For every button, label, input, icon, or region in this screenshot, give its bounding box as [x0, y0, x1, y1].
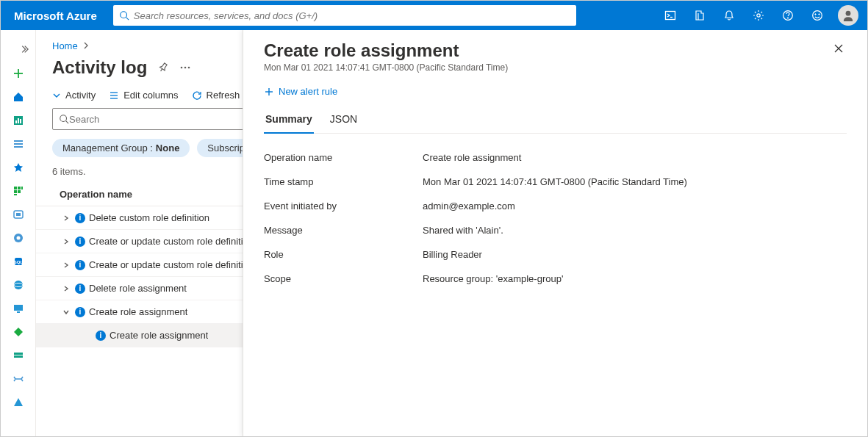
detail-list: Operation nameCreate role assignmentTime… — [264, 134, 847, 291]
detail-blade: Create role assignment Mon Mar 01 2021 1… — [243, 30, 867, 436]
plus-icon — [264, 87, 274, 97]
detail-value: admin@example.com — [423, 201, 847, 212]
svg-point-38 — [181, 67, 183, 69]
search-icon — [59, 114, 69, 124]
nav-azure-ad[interactable] — [1, 391, 36, 413]
detail-label: Event initiated by — [264, 201, 423, 212]
nav-resource-groups[interactable] — [1, 203, 36, 225]
svg-point-39 — [184, 67, 187, 69]
refresh-button[interactable]: Refresh — [192, 90, 240, 101]
global-search-input[interactable] — [134, 10, 570, 21]
filter-mg-label: Management Group : — [62, 142, 153, 154]
page-title: Activity log — [52, 57, 147, 78]
nav-cosmos[interactable] — [1, 274, 36, 296]
svg-rect-24 — [18, 190, 21, 193]
svg-line-1 — [126, 18, 129, 21]
svg-point-8 — [815, 14, 816, 15]
detail-row: RoleBilling Reader — [264, 242, 847, 267]
nav-load-balancer[interactable] — [1, 321, 36, 343]
nav-app-services[interactable] — [1, 227, 36, 249]
edit-columns-button[interactable]: Edit columns — [109, 90, 178, 101]
nav-virtual-network[interactable] — [1, 368, 36, 390]
svg-point-9 — [819, 14, 819, 15]
svg-point-44 — [60, 115, 67, 122]
svg-point-6 — [787, 18, 788, 18]
new-alert-rule-button[interactable]: New alert rule — [264, 86, 847, 97]
nav-create[interactable] — [1, 62, 36, 84]
filter-management-group[interactable]: Management Group : None — [52, 139, 190, 157]
nav-all-resources[interactable] — [1, 180, 36, 202]
detail-value: Mon Mar 01 2021 14:07:41 GMT-0800 (Pacif… — [423, 176, 847, 187]
detail-label: Role — [264, 249, 423, 260]
directories-button[interactable] — [685, 1, 714, 30]
svg-rect-22 — [14, 194, 17, 195]
pin-button[interactable] — [157, 62, 169, 73]
detail-value: Shared with 'Alain'. — [423, 225, 847, 236]
svg-rect-36 — [14, 353, 23, 355]
breadcrumb-home[interactable]: Home — [52, 40, 78, 51]
info-icon: i — [73, 307, 87, 317]
nav-home[interactable] — [1, 86, 36, 108]
svg-rect-16 — [20, 119, 21, 123]
svg-rect-15 — [18, 118, 19, 123]
detail-row: ScopeResource group: 'example-group' — [264, 267, 847, 291]
top-header: Microsoft Azure — [1, 1, 867, 30]
activity-dropdown[interactable]: Activity — [52, 90, 96, 101]
chevron-right-icon[interactable] — [60, 214, 73, 222]
svg-point-10 — [846, 11, 851, 16]
detail-row: Event initiated byadmin@example.com — [264, 194, 847, 218]
nav-dashboard[interactable] — [1, 109, 36, 131]
detail-row: Operation nameCreate role assignment — [264, 145, 847, 170]
settings-button[interactable] — [744, 1, 773, 30]
detail-row: Time stampMon Mar 01 2021 14:07:41 GMT-0… — [264, 170, 847, 194]
operation-label: Delete role assignment — [89, 283, 187, 294]
nav-vm[interactable] — [1, 297, 36, 319]
operation-label: Create or update custom role definition — [89, 259, 254, 270]
more-button[interactable] — [179, 62, 191, 73]
svg-rect-20 — [14, 187, 17, 189]
nav-storage[interactable] — [1, 344, 36, 366]
detail-label: Operation name — [264, 152, 423, 163]
nav-collapse-button[interactable] — [1, 37, 36, 61]
activity-label: Activity — [65, 90, 96, 101]
chevron-right-icon[interactable] — [60, 285, 73, 292]
tab-json[interactable]: JSON — [329, 107, 359, 133]
nav-sql[interactable]: SQL — [1, 250, 36, 272]
new-alert-label: New alert rule — [279, 86, 337, 97]
detail-value: Create role assignment — [423, 152, 847, 163]
detail-label: Message — [264, 225, 423, 236]
feedback-button[interactable] — [803, 1, 832, 30]
operation-label: Delete custom role definition — [89, 212, 209, 223]
nav-all-services[interactable] — [1, 133, 36, 155]
user-avatar[interactable] — [838, 5, 858, 26]
info-icon: i — [73, 283, 87, 294]
filter-mg-value: None — [156, 142, 180, 154]
operation-label: Create role assignment — [89, 306, 187, 317]
tab-summary[interactable]: Summary — [264, 107, 314, 134]
svg-point-7 — [813, 11, 822, 21]
edit-columns-label: Edit columns — [123, 90, 178, 101]
columns-icon — [109, 90, 119, 101]
main-content: Home Activity log Activity — [36, 30, 867, 436]
chevron-right-icon[interactable] — [60, 261, 73, 269]
info-icon: i — [73, 260, 87, 270]
svg-rect-23 — [18, 187, 21, 189]
chevron-down-icon[interactable] — [60, 308, 73, 316]
svg-point-32 — [14, 281, 23, 289]
info-icon: i — [73, 236, 87, 247]
svg-rect-21 — [14, 190, 17, 193]
blade-tabs: Summary JSON — [264, 107, 847, 134]
chevron-right-icon[interactable] — [60, 238, 73, 245]
notifications-button[interactable] — [714, 1, 744, 30]
info-icon: i — [73, 213, 87, 223]
help-button[interactable] — [773, 1, 803, 30]
global-search[interactable] — [113, 5, 576, 26]
detail-label: Time stamp — [264, 176, 423, 187]
operation-label: Create or update custom role definition — [89, 236, 254, 247]
search-icon — [119, 10, 129, 21]
nav-favorites[interactable] — [1, 156, 36, 178]
operation-label: Create role assignment — [110, 330, 208, 341]
close-button[interactable] — [831, 40, 847, 59]
cloud-shell-button[interactable] — [656, 1, 685, 30]
svg-point-0 — [121, 12, 127, 18]
